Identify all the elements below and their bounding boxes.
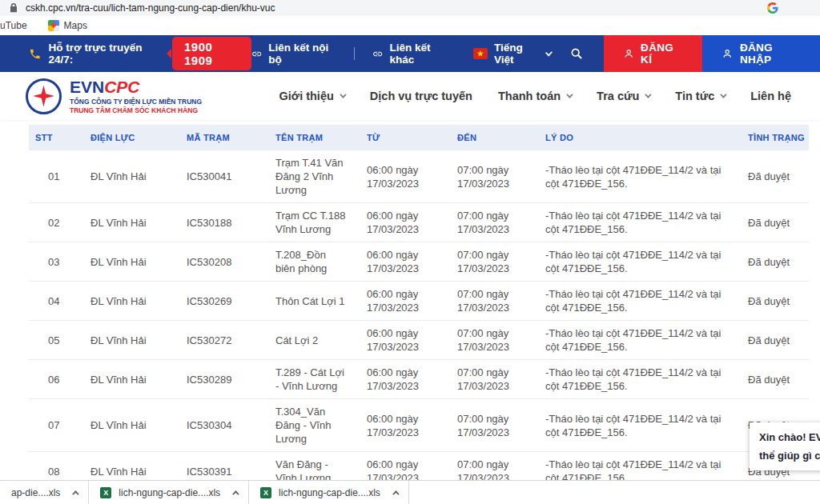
cell-ma-tram: IC530208 xyxy=(180,242,269,282)
downloads-bar: ap-die....xls X lich-ngung-cap-die....xl… xyxy=(0,480,820,504)
cell-ly-do: -Tháo lèo tại cột 471ĐĐE_114/2 và tại cộ… xyxy=(539,399,742,452)
register-button[interactable]: ĐĂNG KÍ xyxy=(604,35,703,72)
download-item[interactable]: X lich-ngung-cap-die....xls xyxy=(89,481,249,504)
cell-den: 07:00 ngày 17/03/2023 xyxy=(451,203,539,242)
download-filename: lich-ngung-cap-die....xls xyxy=(279,487,380,498)
internal-links[interactable]: Liên kết nội bộ xyxy=(251,42,336,66)
bookmarks-bar: uTube Maps xyxy=(0,16,820,35)
external-links[interactable]: Liên kết khác xyxy=(372,42,451,66)
cell-tu: 06:00 ngày 17/03/2023 xyxy=(360,282,451,321)
nav-item[interactable]: Thanh toán xyxy=(498,90,571,102)
download-item[interactable]: X lich-ngung-cap-die....xls xyxy=(249,481,409,504)
table-header-row: STTĐIỆN LỰCMÃ TRẠMTÊN TRẠMTỪĐẾNLÝ DOTÌNH… xyxy=(29,125,809,150)
cell-ly-do: -Tháo lèo tại cột 471ĐĐE_114/2 và tại cộ… xyxy=(539,203,742,242)
language-selector[interactable]: ★ Tiếng Việt xyxy=(473,42,551,66)
chat-line1: Xin chào! EVNCPC có xyxy=(759,428,820,446)
chevron-up-icon[interactable] xyxy=(73,490,79,497)
cell-den: 07:00 ngày 17/03/2023 xyxy=(451,282,539,321)
brand-name: EVNCPC xyxy=(70,78,202,96)
hotline-badge[interactable]: 1900 1909 xyxy=(172,37,251,70)
google-icon[interactable] xyxy=(767,2,778,14)
column-header: LÝ DO xyxy=(539,125,742,150)
outage-table: STTĐIỆN LỰCMÃ TRẠMTÊN TRẠMTỪĐẾNLÝ DOTÌNH… xyxy=(29,125,809,504)
nav-item-label: Liên hệ xyxy=(750,90,791,102)
nav-item[interactable]: Liên hệ xyxy=(750,90,791,102)
cell-stt: 04 xyxy=(29,282,84,321)
column-header: TỪ xyxy=(360,125,451,150)
chevron-up-icon[interactable] xyxy=(392,490,399,497)
table-row: 06 ĐL Vĩnh Hải IC530289 T.289 - Cát Lợi … xyxy=(29,360,809,399)
table-row: 05 ĐL Vĩnh Hải IC530272 Cát Lợi 2 06:00 … xyxy=(29,321,809,360)
chat-popup[interactable]: Xin chào! EVNCPC có thể giúp gì cho bạn xyxy=(750,422,820,470)
link-icon xyxy=(372,48,383,60)
table-row: 01 ĐL Vĩnh Hải IC530041 Trạm T.41 Văn Đă… xyxy=(29,150,809,203)
cell-ly-do: -Tháo lèo tại cột 471ĐĐE_114/2 và tại cộ… xyxy=(539,282,742,321)
evncpc-logo[interactable]: EVNCPC TỔNG CÔNG TY ĐIỆN LỰC MIỀN TRUNG … xyxy=(26,78,202,114)
column-header: MÃ TRẠM xyxy=(180,125,269,150)
download-filename: ap-die....xls xyxy=(11,487,60,498)
chevron-down-icon xyxy=(340,91,346,98)
bookmark-item[interactable]: uTube xyxy=(0,20,27,31)
cell-dien-luc: ĐL Vĩnh Hải xyxy=(84,203,180,242)
cell-stt: 02 xyxy=(29,203,84,242)
download-item[interactable]: ap-die....xls xyxy=(0,481,89,504)
vietnam-flag-icon: ★ xyxy=(473,48,488,59)
cell-tu: 06:00 ngày 17/03/2023 xyxy=(360,321,451,360)
column-header: ĐẾN xyxy=(451,125,539,150)
login-label: ĐĂNG NHẬP xyxy=(740,42,800,66)
bookmark-item[interactable]: Maps xyxy=(48,20,87,31)
cell-tinh-trang: Đã duyệt xyxy=(742,242,809,282)
cell-stt: 05 xyxy=(29,321,84,360)
cell-ma-tram: IC530269 xyxy=(180,282,269,321)
link-icon xyxy=(251,48,262,60)
hotline-area: Hỗ trợ trực truyến 24/7: 1900 1909 xyxy=(29,37,251,70)
nav-item[interactable]: Giới thiệu xyxy=(279,90,344,102)
login-button[interactable]: ĐĂNG NHẬP xyxy=(702,35,820,72)
cell-ma-tram: IC530041 xyxy=(180,150,269,203)
search-icon xyxy=(570,47,583,60)
cell-ten-tram: Trạm CC T.188 Vĩnh Lương xyxy=(269,203,360,242)
chevron-down-icon xyxy=(720,91,726,98)
cell-dien-luc: ĐL Vĩnh Hải xyxy=(84,282,180,321)
cell-tinh-trang: Đã duyệt xyxy=(742,150,809,203)
chevron-up-icon[interactable] xyxy=(232,490,239,497)
nav-item[interactable]: Tin tức xyxy=(675,90,725,102)
external-links-label: Liên kết khác xyxy=(389,42,450,66)
table-row: 02 ĐL Vĩnh Hải IC530188 Trạm CC T.188 Vĩ… xyxy=(29,203,809,242)
page-url[interactable]: cskh.cpc.vn/tra-cuu/lich-tam-ngung-cung-… xyxy=(26,2,767,14)
cell-tinh-trang: Đã duyệt xyxy=(742,321,809,360)
cell-den: 07:00 ngày 17/03/2023 xyxy=(451,360,539,399)
download-filename: lich-ngung-cap-die....xls xyxy=(119,487,220,498)
nav-item[interactable]: Tra cứu xyxy=(597,90,649,102)
cell-dien-luc: ĐL Vĩnh Hải xyxy=(84,321,180,360)
column-header: STT xyxy=(29,125,84,150)
cell-dien-luc: ĐL Vĩnh Hải xyxy=(84,242,180,282)
bookmark-label: uTube xyxy=(0,20,27,31)
department-name: TRUNG TÂM CHĂM SÓC KHÁCH HÀNG xyxy=(70,106,202,114)
nav-item-label: Tra cứu xyxy=(597,90,639,102)
cell-stt: 07 xyxy=(29,399,84,452)
browser-address-bar[interactable]: cskh.cpc.vn/tra-cuu/lich-tam-ngung-cung-… xyxy=(0,0,820,16)
cell-ten-tram: T.208_Đồn biên phòng xyxy=(269,242,360,282)
user-icon xyxy=(624,48,633,59)
support-label: Hỗ trợ trực truyến 24/7: xyxy=(49,42,159,66)
search-button[interactable] xyxy=(570,47,583,60)
cell-ly-do: -Tháo lèo tại cột 471ĐĐE_114/2 và tại cộ… xyxy=(539,321,742,360)
outage-table-container: STTĐIỆN LỰCMÃ TRẠMTÊN TRẠMTỪĐẾNLÝ DOTÌNH… xyxy=(29,125,809,504)
cell-dien-luc: ĐL Vĩnh Hải xyxy=(84,150,180,203)
cell-stt: 03 xyxy=(29,242,84,282)
table-row: 03 ĐL Vĩnh Hải IC530208 T.208_Đồn biên p… xyxy=(29,242,809,282)
chevron-down-icon xyxy=(566,91,573,98)
register-label: ĐĂNG KÍ xyxy=(641,42,682,66)
maps-icon xyxy=(48,20,59,31)
cell-ten-tram: T.304_Văn Đăng - Vĩnh Lương xyxy=(269,399,360,452)
nav-item-label: Giới thiệu xyxy=(279,90,334,102)
divider xyxy=(354,47,355,60)
column-header: TÊN TRẠM xyxy=(269,125,360,150)
cell-ten-tram: T.289 - Cát Lợi - Vĩnh Lương xyxy=(269,360,360,399)
nav-item[interactable]: Dịch vụ trực tuyến xyxy=(370,90,472,102)
lock-icon xyxy=(10,3,18,13)
cell-tu: 06:00 ngày 17/03/2023 xyxy=(360,360,451,399)
cell-ma-tram: IC530188 xyxy=(180,203,269,242)
cell-ly-do: -Tháo lèo tại cột 471ĐĐE_114/2 và tại cộ… xyxy=(539,150,742,203)
